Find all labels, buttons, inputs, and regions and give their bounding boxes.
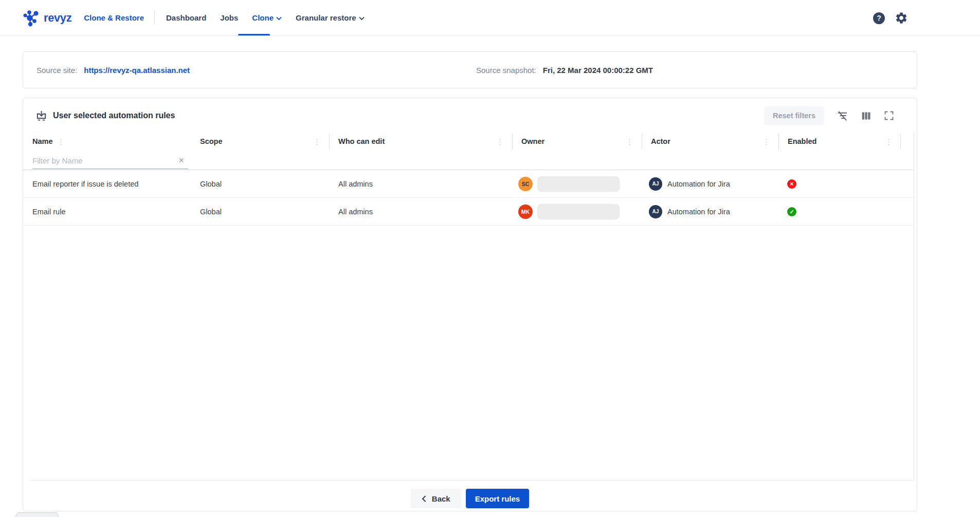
- chevron-left-icon: [422, 495, 426, 502]
- automation-rules-card: User selected automation rules Reset fil…: [23, 98, 917, 511]
- owner-cell: SC: [512, 170, 642, 197]
- chevron-down-icon: [276, 16, 282, 21]
- column-menu-icon[interactable]: ⋮: [763, 138, 770, 145]
- partial-widget: [15, 512, 59, 517]
- enabled-cell: ✓: [778, 198, 901, 225]
- filter-by-name-input[interactable]: [32, 156, 178, 165]
- redacted-owner-name: [537, 204, 620, 219]
- source-snapshot-label: Source snapshot:: [476, 66, 536, 75]
- nav-granular-restore[interactable]: Granular restore: [296, 13, 365, 22]
- column-header-actor: Actor ⋮: [642, 131, 778, 152]
- avatar: MK: [518, 205, 533, 219]
- reset-filters-button[interactable]: Reset filters: [764, 106, 824, 125]
- column-menu-icon[interactable]: ⋮: [885, 138, 893, 145]
- nav-jobs[interactable]: Jobs: [220, 13, 238, 22]
- top-nav: revyz Clone & Restore Dashboard Jobs Clo…: [0, 0, 980, 36]
- enabled-cell: ×: [778, 170, 901, 197]
- rule-name-cell: Email rule: [23, 198, 191, 225]
- footer-divider: [30, 480, 913, 481]
- nav-dashboard[interactable]: Dashboard: [166, 13, 206, 22]
- export-rules-icon: [35, 110, 47, 122]
- column-header-enabled: Enabled ⋮: [778, 131, 901, 152]
- avatar: SC: [518, 177, 533, 191]
- column-header-owner: Owner ⋮: [512, 131, 642, 152]
- actor-cell: AJ Automation for Jira: [642, 198, 778, 225]
- disabled-status-icon: ×: [787, 179, 796, 189]
- column-header-name: Name ⋮: [23, 131, 191, 152]
- column-header-scope: Scope ⋮: [191, 131, 329, 152]
- who-can-edit-cell: All admins: [329, 170, 512, 197]
- avatar: AJ: [649, 177, 662, 191]
- rule-name-cell: Email reporter if issue is deleted: [23, 170, 191, 197]
- source-site-link[interactable]: https://revyz-qa.atlassian.net: [84, 66, 190, 75]
- nav-clone[interactable]: Clone: [252, 13, 282, 22]
- settings-gear-icon[interactable]: [895, 11, 908, 25]
- rules-table: Name ⋮ Scope ⋮ Who can edit ⋮ Owner ⋮ Ac…: [23, 131, 914, 480]
- column-header-who-can-edit: Who can edit ⋮: [329, 131, 512, 152]
- enabled-status-icon: ✓: [787, 207, 796, 216]
- source-snapshot-value: Fri, 22 Mar 2024 00:00:22 GMT: [543, 66, 653, 75]
- column-menu-icon[interactable]: ⋮: [626, 138, 633, 145]
- back-button[interactable]: Back: [411, 489, 461, 508]
- filter-off-icon[interactable]: [837, 110, 848, 122]
- chevron-down-icon: [359, 16, 365, 21]
- page-title: User selected automation rules: [53, 111, 175, 120]
- clear-filter-icon[interactable]: ×: [178, 155, 188, 166]
- export-rules-button[interactable]: Export rules: [466, 489, 530, 508]
- nav-divider: [154, 11, 155, 25]
- who-can-edit-cell: All admins: [329, 198, 512, 225]
- columns-icon[interactable]: [861, 110, 872, 121]
- actor-cell: AJ Automation for Jira: [642, 170, 778, 197]
- product-link[interactable]: Clone & Restore: [84, 13, 144, 22]
- revyz-logo-icon: [23, 9, 40, 27]
- scope-cell: Global: [191, 198, 329, 225]
- brand-name: revyz: [44, 11, 71, 25]
- scope-cell: Global: [191, 170, 329, 197]
- table-row: Email rule Global All admins MK AJ Autom…: [23, 198, 914, 226]
- fullscreen-icon[interactable]: [884, 110, 894, 121]
- avatar: AJ: [649, 205, 662, 218]
- column-menu-icon[interactable]: ⋮: [313, 138, 321, 145]
- source-info-bar: Source site: https://revyz-qa.atlassian.…: [23, 51, 917, 88]
- source-site-label: Source site:: [37, 66, 77, 75]
- owner-cell: MK: [512, 198, 642, 225]
- main-nav: Dashboard Jobs Clone Granular restore: [166, 13, 365, 22]
- help-icon[interactable]: ?: [873, 12, 885, 24]
- active-tab-underline: [238, 34, 270, 35]
- table-row: Email reporter if issue is deleted Globa…: [23, 170, 914, 198]
- column-menu-icon[interactable]: ⋮: [58, 138, 65, 145]
- redacted-owner-name: [537, 176, 620, 192]
- column-menu-icon[interactable]: ⋮: [496, 138, 504, 145]
- brand-logo[interactable]: revyz: [23, 9, 71, 27]
